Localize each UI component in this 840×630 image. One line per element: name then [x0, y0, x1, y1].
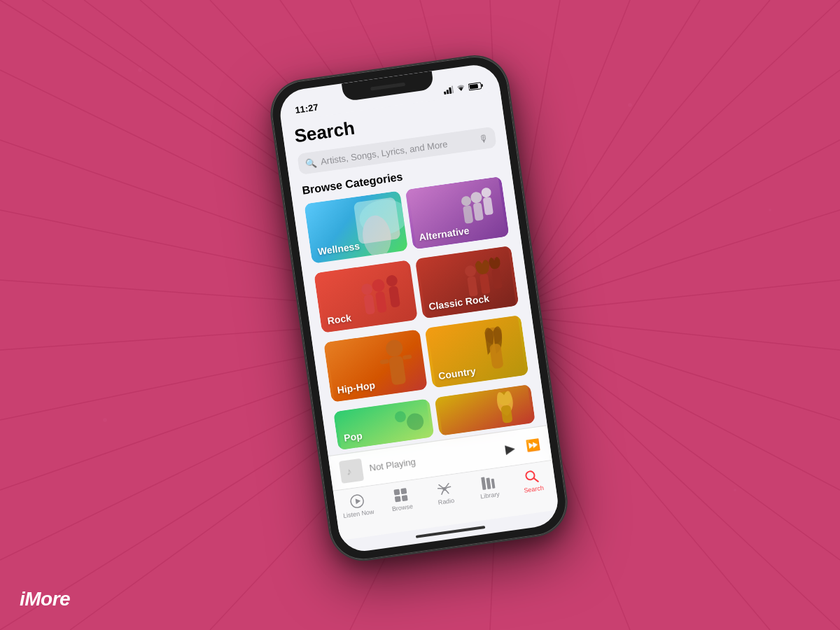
svg-point-41	[628, 103, 632, 107]
category-card-alternative[interactable]: Alternative	[405, 176, 510, 249]
library-icon	[479, 474, 497, 491]
tab-browse[interactable]: Browse	[378, 484, 425, 514]
tab-label-listen-now: Listen Now	[343, 508, 374, 519]
svg-line-101	[534, 477, 538, 482]
tab-listen-now[interactable]: Listen Now	[334, 491, 381, 520]
svg-point-43	[103, 418, 107, 422]
tab-label-browse: Browse	[391, 503, 413, 512]
play-button[interactable]: ▶	[504, 440, 516, 457]
main-content: Search 🔍 Artists, Songs, Lyrics, and Mor…	[281, 91, 547, 456]
tab-library[interactable]: Library	[465, 472, 512, 501]
svg-text:♪: ♪	[346, 465, 352, 477]
svg-rect-46	[447, 90, 449, 94]
tab-label-library: Library	[480, 491, 500, 500]
svg-rect-99	[491, 479, 496, 489]
imore-watermark: iMore	[20, 588, 70, 610]
search-bar-icon: 🔍	[304, 157, 317, 169]
status-icons	[443, 81, 484, 94]
svg-rect-95	[401, 495, 407, 501]
listen-now-icon	[348, 493, 365, 510]
svg-point-44	[734, 489, 736, 491]
music-note-icon: ♪	[344, 463, 358, 477]
svg-rect-92	[393, 489, 400, 496]
search-tab-icon	[524, 468, 541, 486]
svg-point-42	[769, 209, 771, 211]
signal-icon	[443, 85, 454, 94]
svg-rect-48	[451, 85, 454, 93]
tab-label-search: Search	[524, 484, 545, 494]
wifi-icon	[456, 84, 466, 93]
svg-rect-47	[449, 88, 451, 94]
status-time: 11:27	[295, 102, 319, 115]
svg-rect-86	[438, 385, 533, 436]
radio-icon	[436, 480, 454, 498]
category-card-hiphop[interactable]: Hip-Hop	[323, 329, 428, 402]
tab-search[interactable]: Search	[509, 466, 556, 496]
svg-rect-51	[469, 84, 478, 90]
svg-point-39	[138, 68, 142, 72]
svg-marker-91	[355, 498, 360, 504]
category-card-country[interactable]: Country	[425, 315, 529, 388]
tab-label-radio: Radio	[438, 497, 455, 506]
category-card-wellness[interactable]: Wellness	[304, 190, 408, 263]
category-card-classic-rock[interactable]: Classic Rock	[415, 246, 519, 318]
category-card-rock[interactable]: Rock	[314, 260, 418, 332]
categories-grid: Wellness	[304, 176, 536, 454]
microphone-icon[interactable]: 🎙	[478, 132, 489, 145]
fast-forward-button[interactable]: ⏩	[525, 438, 540, 453]
now-playing-status: Not Playing	[369, 444, 499, 473]
svg-rect-98	[486, 477, 491, 489]
browse-icon	[392, 486, 410, 504]
phone-speaker	[370, 82, 405, 90]
svg-rect-45	[444, 92, 447, 94]
svg-rect-94	[395, 496, 401, 502]
svg-rect-97	[481, 477, 486, 490]
battery-icon	[468, 81, 484, 91]
tab-radio[interactable]: Radio	[421, 478, 468, 507]
svg-rect-93	[400, 488, 407, 494]
now-playing-album-art: ♪	[339, 458, 364, 483]
now-playing-controls: ▶ ⏩	[504, 437, 541, 457]
